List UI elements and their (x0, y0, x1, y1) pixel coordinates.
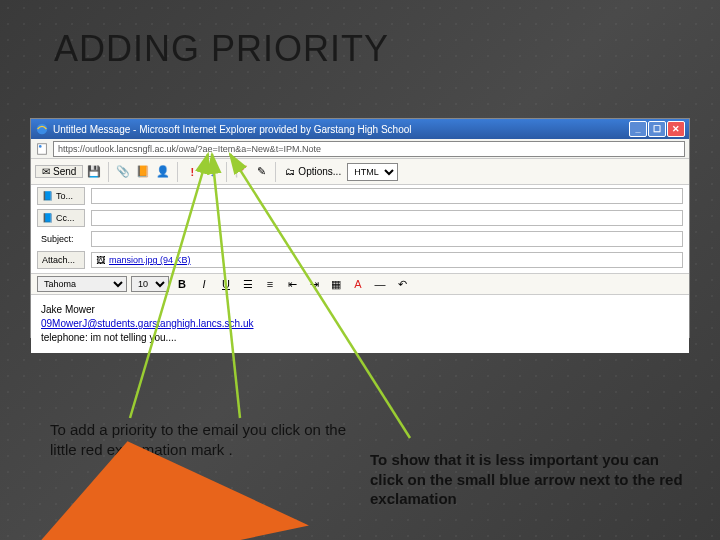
to-row: 📘 To... (31, 185, 689, 207)
compose-area: 📘 To... 📘 Cc... Subject: Attach... 🖼 man… (31, 185, 689, 353)
low-importance-icon[interactable]: ↓ (203, 162, 221, 182)
book-icon: 📘 (42, 213, 53, 223)
browser-window: Untitled Message - Microsoft Internet Ex… (30, 118, 690, 338)
undo-icon[interactable]: ↶ (393, 275, 411, 293)
window-titlebar: Untitled Message - Microsoft Internet Ex… (31, 119, 689, 139)
subject-label: Subject: (37, 234, 85, 244)
attach-button[interactable]: Attach... (37, 251, 85, 269)
attachment-field: 🖼 mansion.jpg (94 KB) (91, 252, 683, 268)
high-importance-icon[interactable]: ! (183, 162, 201, 182)
options-icon: 🗂 (285, 166, 295, 177)
bold-button[interactable]: B (173, 275, 191, 293)
url-input[interactable] (53, 141, 685, 157)
options-label: Options... (298, 166, 341, 177)
font-select[interactable]: Tahoma (37, 276, 127, 292)
message-body[interactable]: Jake Mower 09MowerJ@students.garstanghig… (31, 295, 689, 353)
separator (108, 162, 109, 182)
to-button[interactable]: 📘 To... (37, 187, 85, 205)
underline-button[interactable]: U (217, 275, 235, 293)
caption-right: To show that it is less important you ca… (370, 450, 690, 509)
highlight-icon[interactable]: ▦ (327, 275, 345, 293)
format-toolbar: Tahoma 10 B I U ☰ ≡ ⇤ ⇥ ▦ A ― ↶ (31, 273, 689, 295)
image-icon: 🖼 (96, 255, 105, 265)
format-select[interactable]: HTML (347, 163, 398, 181)
addressbook-icon[interactable]: 📙 (134, 162, 152, 182)
signature-email: 09MowerJ@students.garstanghigh.lancs.sch… (41, 317, 679, 331)
cc-row: 📘 Cc... (31, 207, 689, 229)
options-button[interactable]: 🗂 Options... (281, 166, 345, 177)
indent-icon[interactable]: ⇥ (305, 275, 323, 293)
attachment-link[interactable]: mansion.jpg (94 KB) (109, 255, 191, 265)
cc-button[interactable]: 📘 Cc... (37, 209, 85, 227)
send-icon: ✉ (42, 166, 50, 177)
flag-icon[interactable]: 🚩 (232, 162, 250, 182)
bullets-icon[interactable]: ☰ (239, 275, 257, 293)
ie-icon (35, 122, 49, 136)
attach-icon[interactable]: 📎 (114, 162, 132, 182)
window-title: Untitled Message - Microsoft Internet Ex… (53, 124, 629, 135)
fontcolor-icon[interactable]: A (349, 275, 367, 293)
svg-rect-1 (38, 143, 47, 154)
checknames-icon[interactable]: 👤 (154, 162, 172, 182)
close-button[interactable]: ✕ (667, 121, 685, 137)
separator (275, 162, 276, 182)
attach-row: Attach... 🖼 mansion.jpg (94 KB) (31, 249, 689, 271)
rule-icon[interactable]: ― (371, 275, 389, 293)
compose-toolbar: ✉ Send 💾 📎 📙 👤 ! ↓ 🚩 ✎ 🗂 Options... HTML (31, 159, 689, 185)
send-button[interactable]: ✉ Send (35, 165, 83, 178)
italic-button[interactable]: I (195, 275, 213, 293)
page-icon (35, 142, 49, 156)
to-input[interactable] (91, 188, 683, 204)
size-select[interactable]: 10 (131, 276, 169, 292)
book-icon: 📘 (42, 191, 53, 201)
slide-title: ADDING PRIORITY (54, 28, 389, 70)
separator (226, 162, 227, 182)
address-bar (31, 139, 689, 159)
subject-input[interactable] (91, 231, 683, 247)
cc-input[interactable] (91, 210, 683, 226)
separator (177, 162, 178, 182)
subject-row: Subject: (31, 229, 689, 249)
svg-point-2 (39, 145, 42, 148)
minimize-button[interactable]: _ (629, 121, 647, 137)
signature-icon[interactable]: ✎ (252, 162, 270, 182)
numbering-icon[interactable]: ≡ (261, 275, 279, 293)
outdent-icon[interactable]: ⇤ (283, 275, 301, 293)
maximize-button[interactable]: ☐ (648, 121, 666, 137)
send-label: Send (53, 166, 76, 177)
signature-phone: telephone: im not telling you.... (41, 331, 679, 345)
window-buttons: _ ☐ ✕ (629, 121, 685, 137)
save-icon[interactable]: 💾 (85, 162, 103, 182)
signature-name: Jake Mower (41, 303, 679, 317)
